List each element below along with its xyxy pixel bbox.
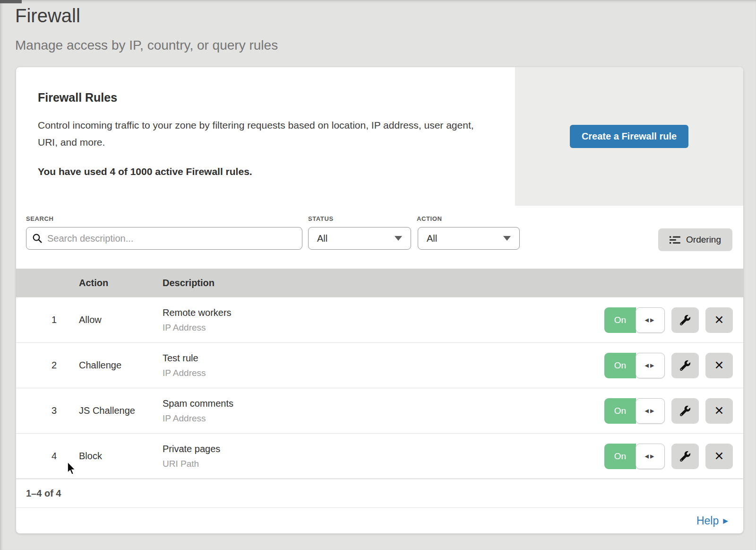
table-row: 1 Allow Remote workers IP Address On ◂▸ … (16, 297, 743, 342)
rule-description-cell: Remote workers IP Address (163, 307, 604, 333)
toggle-handle-arrows-icon: ◂▸ (636, 444, 665, 469)
toggle-handle-arrows-icon: ◂▸ (636, 353, 665, 378)
rule-match-type: IP Address (163, 368, 604, 378)
status-label: STATUS (308, 215, 411, 222)
rule-controls: On ◂▸ ✕ (604, 307, 743, 333)
action-column-header: Action (57, 278, 163, 288)
rule-match-type: IP Address (163, 413, 604, 424)
action-label: ACTION (417, 215, 520, 222)
delete-rule-button[interactable]: ✕ (705, 398, 733, 424)
wrench-icon (680, 360, 690, 371)
wrench-icon (680, 451, 690, 462)
page-header: Firewall Manage access by IP, country, o… (0, 0, 756, 53)
rule-action: Challenge (57, 360, 163, 371)
help-link-label: Help (696, 515, 719, 527)
rule-controls: On ◂▸ ✕ (604, 444, 743, 469)
filters-bar: SEARCH STATUS All ACTION All (16, 206, 743, 269)
table-row: 4 Block Private pages URI Path On ◂▸ ✕ (16, 433, 743, 479)
toggle-handle-arrows-icon: ◂▸ (636, 398, 665, 424)
ordering-list-icon (670, 236, 680, 244)
rule-action: JS Challenge (57, 405, 163, 416)
rule-action: Allow (57, 314, 163, 325)
rule-description-cell: Private pages URI Path (163, 444, 604, 469)
delete-rule-button[interactable]: ✕ (705, 307, 733, 333)
edit-rule-button[interactable] (671, 307, 699, 333)
rule-description: Spam comments (163, 398, 604, 409)
wrench-icon (680, 406, 690, 416)
rules-description: Control incoming traffic to your zone by… (38, 117, 487, 151)
pagination-bar: 1–4 of 4 (16, 479, 743, 507)
action-filter: ACTION All (417, 215, 520, 269)
rules-heading: Firewall Rules (38, 91, 487, 105)
rule-enabled-toggle[interactable]: On ◂▸ (604, 444, 665, 469)
help-bar: Help ▶ (16, 507, 743, 533)
chevron-down-icon (503, 236, 511, 241)
toggle-on-state: On (604, 353, 636, 378)
rule-priority: 4 (16, 451, 57, 462)
rules-overview-text: Firewall Rules Control incoming traffic … (16, 67, 515, 206)
rule-description: Test rule (163, 353, 604, 364)
rule-description: Private pages (163, 444, 604, 454)
status-select[interactable]: All (308, 227, 411, 250)
rule-enabled-toggle[interactable]: On ◂▸ (604, 353, 665, 378)
firewall-rules-card: Firewall Rules Control incoming traffic … (16, 67, 743, 533)
close-icon: ✕ (714, 359, 724, 371)
rule-priority: 3 (16, 405, 57, 416)
rules-overview-section: Firewall Rules Control incoming traffic … (16, 67, 743, 206)
page-subtitle: Manage access by IP, country, or query r… (15, 38, 756, 53)
screenshot-edge-artifact (0, 0, 22, 3)
rules-usage-count: You have used 4 of 1000 active Firewall … (38, 166, 487, 177)
delete-rule-button[interactable]: ✕ (705, 353, 733, 378)
delete-rule-button[interactable]: ✕ (705, 444, 733, 469)
toggle-on-state: On (604, 398, 636, 424)
close-icon: ✕ (714, 405, 724, 417)
rule-controls: On ◂▸ ✕ (604, 353, 743, 378)
ordering-button[interactable]: Ordering (658, 228, 732, 251)
rules-table-header: Action Description (16, 269, 743, 297)
search-field-wrap (26, 227, 302, 250)
rule-enabled-toggle[interactable]: On ◂▸ (604, 398, 665, 424)
table-row: 2 Challenge Test rule IP Address On ◂▸ ✕ (16, 342, 743, 388)
wrench-icon (680, 315, 690, 325)
search-icon (32, 233, 43, 244)
edit-rule-button[interactable] (671, 444, 699, 469)
rule-priority: 1 (16, 314, 57, 325)
help-link[interactable]: Help ▶ (696, 515, 728, 527)
rule-description-cell: Spam comments IP Address (163, 398, 604, 424)
rule-action: Block (57, 451, 163, 462)
pagination-range-text: 1–4 of 4 (26, 488, 61, 499)
description-column-header: Description (163, 278, 743, 288)
rule-priority: 2 (16, 360, 57, 371)
toggle-on-state: On (604, 307, 636, 333)
rule-match-type: IP Address (163, 323, 604, 333)
toggle-handle-arrows-icon: ◂▸ (636, 307, 665, 333)
mouse-cursor-pointer (67, 462, 76, 475)
rule-enabled-toggle[interactable]: On ◂▸ (604, 307, 665, 333)
ordering-button-label: Ordering (686, 235, 721, 245)
rule-description-cell: Test rule IP Address (163, 353, 604, 378)
create-firewall-rule-button[interactable]: Create a Firewall rule (570, 125, 688, 148)
action-select[interactable]: All (418, 227, 520, 250)
toggle-on-state: On (604, 444, 636, 469)
rule-controls: On ◂▸ ✕ (604, 398, 743, 424)
chevron-down-icon (395, 236, 402, 241)
status-selected-value: All (317, 233, 327, 244)
search-label: SEARCH (26, 215, 302, 222)
search-filter: SEARCH (26, 215, 302, 269)
create-rule-panel: Create a Firewall rule (515, 67, 743, 206)
rule-match-type: URI Path (163, 459, 604, 469)
close-icon: ✕ (714, 314, 724, 326)
close-icon: ✕ (714, 450, 724, 462)
help-arrow-icon: ▶ (723, 517, 728, 524)
page-title: Firewall (15, 4, 756, 27)
search-input[interactable] (26, 227, 302, 250)
rule-description: Remote workers (163, 307, 604, 318)
action-selected-value: All (427, 233, 437, 244)
status-filter: STATUS All (308, 215, 411, 269)
table-row: 3 JS Challenge Spam comments IP Address … (16, 388, 743, 433)
edit-rule-button[interactable] (671, 353, 699, 378)
edit-rule-button[interactable] (671, 398, 699, 424)
